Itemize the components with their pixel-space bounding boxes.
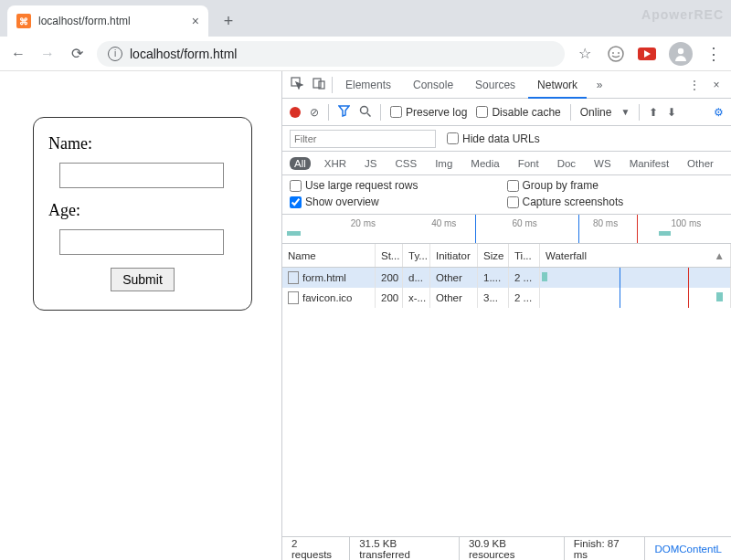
tab-elements[interactable]: Elements — [336, 71, 400, 99]
url-text: localhost/form.html — [130, 47, 237, 61]
type-xhr[interactable]: XHR — [320, 157, 351, 170]
tab-console[interactable]: Console — [404, 71, 462, 99]
col-waterfall[interactable]: Waterfall▲ — [540, 244, 731, 267]
filter-input[interactable] — [290, 130, 436, 148]
network-row[interactable]: favicon.ico 200 x-... Other 3... 2 ... — [282, 288, 731, 308]
site-info-icon[interactable]: i — [108, 47, 122, 61]
submit-button[interactable]: Submit — [111, 268, 175, 291]
extension-icon-1[interactable] — [607, 45, 625, 63]
status-transferred: 31.5 KB transferred — [350, 537, 460, 560]
throttle-select[interactable]: Online — [580, 106, 612, 119]
forward-button: → — [38, 46, 57, 62]
network-options: Use large request rows Group by frame Sh… — [282, 175, 731, 215]
tab-sources[interactable]: Sources — [466, 71, 524, 99]
network-row[interactable]: form.html 200 d... Other 1.... 2 ... — [282, 268, 731, 288]
browser-tab-bar: ⌘ localhost/form.html × + — [0, 0, 731, 37]
device-toggle-icon[interactable] — [310, 77, 328, 92]
throttle-arrow-icon[interactable]: ▼ — [620, 107, 630, 117]
filter-row: Hide data URLs — [282, 126, 731, 152]
network-controls: ⊘ Preserve log Disable cache Online ▼ ⬆ … — [282, 99, 731, 126]
type-manifest[interactable]: Manifest — [625, 157, 673, 170]
close-tab-icon[interactable]: × — [192, 14, 199, 28]
devtools-close-icon[interactable]: × — [707, 79, 726, 91]
svg-point-1 — [612, 52, 614, 54]
type-img[interactable]: Img — [430, 157, 457, 170]
status-domcontent: DOMContentL — [645, 537, 731, 560]
tab-title: localhost/form.html — [38, 15, 131, 27]
type-all[interactable]: All — [290, 157, 311, 170]
col-initiator[interactable]: Initiator — [430, 244, 478, 267]
type-other[interactable]: Other — [683, 157, 718, 170]
inspect-icon[interactable] — [288, 77, 306, 92]
svg-point-8 — [361, 106, 368, 113]
file-icon — [288, 271, 299, 284]
back-button[interactable]: ← — [9, 46, 27, 62]
tab-network[interactable]: Network — [528, 71, 587, 99]
type-css[interactable]: CSS — [390, 157, 421, 170]
extension-icon-2[interactable] — [638, 45, 656, 63]
ruler-20ms: 20 ms — [351, 218, 376, 228]
type-media[interactable]: Media — [466, 157, 503, 170]
capture-screenshots-checkbox[interactable]: Capture screenshots — [507, 195, 725, 208]
col-time[interactable]: Ti... — [509, 244, 540, 267]
status-requests: 2 requests — [282, 537, 350, 560]
col-status[interactable]: St... — [376, 244, 403, 267]
col-type[interactable]: Ty... — [403, 244, 430, 267]
col-name[interactable]: Name — [282, 244, 376, 267]
preserve-log-checkbox[interactable]: Preserve log — [390, 106, 467, 119]
devtools-menu-icon[interactable]: ⋮ — [685, 79, 704, 91]
watermark: ApowerREC — [641, 7, 724, 22]
page-content: Name: Age: Submit — [0, 71, 281, 560]
svg-point-2 — [618, 52, 620, 54]
large-rows-checkbox[interactable]: Use large request rows — [290, 179, 507, 192]
group-frame-checkbox[interactable]: Group by frame — [507, 179, 725, 192]
age-label: Age: — [48, 201, 237, 220]
form-card: Name: Age: Submit — [33, 117, 252, 311]
export-icon[interactable]: ⬇ — [667, 106, 676, 119]
ruler-80ms: 80 ms — [593, 218, 618, 228]
xampp-favicon: ⌘ — [16, 14, 31, 28]
type-filter-row: All XHR JS CSS Img Media Font Doc WS Man… — [282, 152, 731, 175]
ruler-100ms: 100 ms — [671, 218, 701, 228]
network-settings-icon[interactable]: ⚙ — [714, 106, 724, 119]
name-label: Name: — [48, 134, 237, 153]
import-icon[interactable]: ⬆ — [649, 106, 658, 119]
browser-tab[interactable]: ⌘ localhost/form.html × — [7, 5, 208, 37]
type-ws[interactable]: WS — [589, 157, 616, 170]
new-tab-button[interactable]: + — [216, 8, 241, 34]
age-input[interactable] — [59, 229, 224, 255]
col-size[interactable]: Size — [478, 244, 509, 267]
profile-avatar[interactable] — [669, 42, 693, 66]
svg-point-4 — [678, 48, 683, 53]
ruler-40ms: 40 ms — [431, 218, 456, 228]
star-icon[interactable]: ☆ — [576, 45, 594, 62]
search-icon[interactable] — [359, 105, 371, 120]
hide-data-urls-checkbox[interactable]: Hide data URLs — [447, 132, 540, 145]
svg-rect-6 — [313, 79, 321, 88]
status-resources: 30.9 KB resources — [460, 537, 565, 560]
address-bar[interactable]: i localhost/form.html — [97, 41, 565, 67]
name-input[interactable] — [59, 163, 224, 188]
type-doc[interactable]: Doc — [553, 157, 580, 170]
more-tabs-icon[interactable]: » — [590, 79, 609, 91]
timeline-overview[interactable]: 20 ms 40 ms 60 ms 80 ms 100 ms — [282, 215, 731, 244]
network-table-body: form.html 200 d... Other 1.... 2 ... fav… — [282, 268, 731, 536]
type-font[interactable]: Font — [514, 157, 544, 170]
svg-point-0 — [609, 47, 623, 61]
type-js[interactable]: JS — [360, 157, 381, 170]
chrome-menu[interactable]: ⋮ — [705, 44, 722, 64]
clear-icon[interactable]: ⊘ — [310, 106, 319, 119]
network-table-header: Name St... Ty... Initiator Size Ti... Wa… — [282, 244, 731, 268]
status-finish: Finish: 87 ms — [565, 537, 646, 560]
network-status-bar: 2 requests 31.5 KB transferred 30.9 KB r… — [282, 536, 731, 560]
devtools-panel: Elements Console Sources Network » ⋮ × ⊘… — [281, 71, 731, 560]
devtools-tabs: Elements Console Sources Network » ⋮ × — [282, 71, 731, 99]
disable-cache-checkbox[interactable]: Disable cache — [476, 106, 560, 119]
record-button[interactable] — [290, 107, 301, 118]
toolbar: ← → ⟳ i localhost/form.html ☆ ⋮ — [0, 37, 731, 71]
show-overview-checkbox[interactable]: Show overview — [290, 195, 507, 208]
reload-button[interactable]: ⟳ — [68, 45, 86, 62]
ruler-60ms: 60 ms — [513, 218, 537, 228]
filter-toggle-icon[interactable] — [338, 105, 350, 120]
file-icon — [288, 291, 299, 304]
